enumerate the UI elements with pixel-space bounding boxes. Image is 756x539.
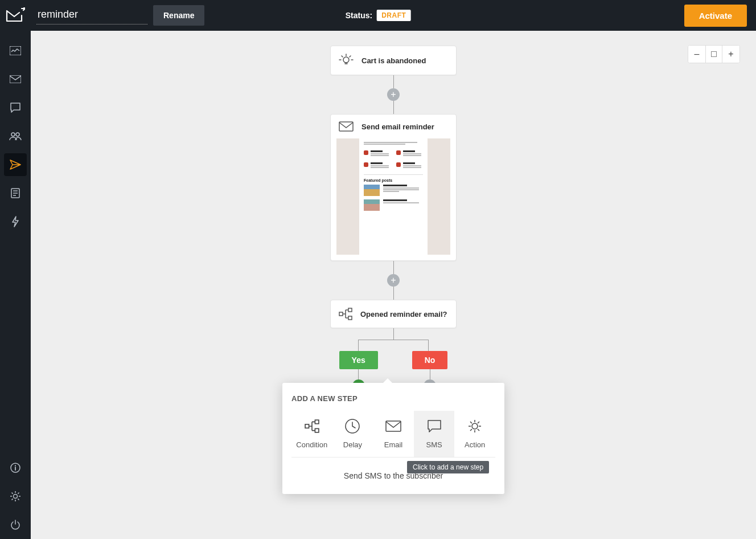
activate-button[interactable]: Activate — [684, 5, 747, 27]
add-step-popover: ADD A NEW STEP Condition Delay Email — [282, 383, 504, 494]
lightbulb-icon — [339, 53, 354, 68]
svg-rect-1 — [10, 75, 21, 83]
svg-rect-16 — [386, 421, 401, 431]
option-action[interactable]: Action — [454, 411, 495, 458]
node-email[interactable]: Send email reminder Featured posts — [330, 114, 457, 261]
branch-connector — [358, 340, 429, 351]
popover-options: Condition Delay Email SMS — [291, 411, 495, 458]
logo-icon — [6, 7, 25, 23]
svg-point-3 — [16, 133, 19, 136]
sidebar-item-users[interactable] — [4, 125, 27, 148]
branch-yes-button[interactable]: Yes — [339, 351, 378, 369]
svg-rect-11 — [348, 316, 352, 320]
chat-icon — [10, 103, 20, 113]
svg-rect-10 — [348, 308, 352, 312]
connector-line — [393, 328, 394, 340]
connector-line — [393, 75, 394, 88]
canvas[interactable]: – + Cart is abandoned + Send email remin… — [31, 31, 756, 539]
svg-rect-8 — [339, 122, 353, 131]
header-bar: Rename Status: DRAFT Activate — [0, 0, 756, 31]
workflow-name-input[interactable] — [36, 6, 147, 24]
gear-icon — [10, 491, 21, 502]
gear-icon — [467, 418, 483, 435]
rename-button[interactable]: Rename — [153, 5, 204, 26]
option-label: SMS — [426, 440, 442, 449]
sidebar — [0, 31, 31, 539]
branch-icon — [305, 418, 319, 435]
preview-heading: Featured posts — [364, 178, 423, 182]
svg-point-17 — [472, 423, 478, 429]
status-area: Status: DRAFT — [346, 10, 411, 21]
list-icon — [11, 188, 20, 198]
dashboard-icon — [10, 46, 21, 55]
option-sms[interactable]: SMS — [414, 411, 455, 458]
sidebar-item-send[interactable] — [4, 153, 27, 176]
svg-rect-13 — [315, 420, 319, 424]
node-trigger[interactable]: Cart is abandoned — [330, 46, 457, 75]
square-icon — [711, 51, 717, 57]
connector-line — [393, 101, 394, 114]
sidebar-item-info[interactable] — [4, 456, 27, 479]
add-step-button[interactable]: + — [387, 274, 400, 287]
svg-point-7 — [343, 57, 349, 63]
send-icon — [10, 160, 21, 170]
popover-title: ADD A NEW STEP — [291, 394, 495, 403]
option-condition[interactable]: Condition — [291, 411, 332, 458]
branch-icon — [339, 307, 352, 321]
connector-line — [393, 261, 394, 274]
connector-line — [430, 369, 430, 379]
add-step-button[interactable]: + — [387, 88, 400, 101]
mail-icon — [339, 121, 354, 132]
status-label: Status: — [346, 11, 372, 20]
flow-column: Cart is abandoned + Send email reminder — [330, 46, 457, 392]
node-title: Cart is abandoned — [361, 56, 426, 65]
info-icon — [10, 463, 20, 473]
svg-rect-14 — [315, 428, 319, 432]
chat-icon — [427, 418, 442, 435]
mail-icon — [10, 75, 21, 83]
node-title: Opened reminder email? — [360, 310, 447, 318]
mail-icon — [385, 418, 401, 435]
node-condition[interactable]: Opened reminder email? — [330, 300, 457, 328]
bolt-icon — [11, 216, 19, 227]
app-logo — [0, 0, 31, 31]
svg-rect-9 — [339, 312, 343, 316]
email-preview: Featured posts — [336, 138, 450, 255]
sidebar-item-power[interactable] — [4, 513, 27, 536]
status-badge: DRAFT — [377, 10, 410, 21]
svg-point-2 — [11, 133, 15, 136]
users-icon — [9, 132, 22, 141]
sidebar-item-settings[interactable] — [4, 485, 27, 508]
svg-point-6 — [14, 495, 18, 499]
option-label: Delay — [343, 440, 362, 449]
clock-icon — [344, 418, 360, 435]
zoom-reset-button[interactable] — [705, 46, 722, 63]
option-label: Action — [465, 440, 485, 449]
sidebar-item-chat[interactable] — [4, 96, 27, 119]
connector-line — [393, 287, 394, 300]
sidebar-item-list[interactable] — [4, 182, 27, 205]
zoom-controls: – + — [688, 45, 740, 63]
node-title: Send email reminder — [361, 122, 434, 131]
option-label: Email — [384, 440, 403, 449]
power-icon — [10, 520, 20, 530]
zoom-in-button[interactable]: + — [722, 46, 739, 63]
sidebar-item-bolt[interactable] — [4, 210, 27, 233]
option-email[interactable]: Email — [373, 411, 414, 458]
connector-line — [358, 369, 359, 379]
svg-rect-12 — [305, 424, 309, 428]
branch-no-button[interactable]: No — [412, 351, 448, 369]
sidebar-item-dashboard[interactable] — [4, 39, 27, 62]
option-delay[interactable]: Delay — [332, 411, 373, 458]
zoom-out-button[interactable]: – — [688, 46, 705, 63]
sidebar-item-mail[interactable] — [4, 68, 27, 91]
option-label: Condition — [296, 440, 327, 449]
tooltip: Click to add a new step — [407, 461, 489, 473]
